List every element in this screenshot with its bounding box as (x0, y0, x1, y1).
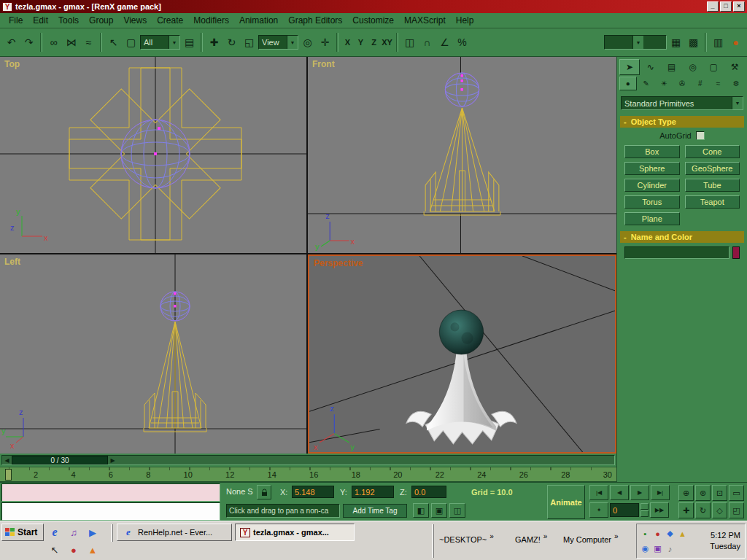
field-of-view-icon[interactable]: ◇ (712, 502, 727, 518)
chevron-down-icon[interactable]: ▼ (169, 36, 179, 49)
snap-toggle-button[interactable]: ∩ (419, 33, 436, 52)
time-slider-handle[interactable]: 0 / 30 (12, 456, 108, 464)
time-slider-track[interactable]: ◀ 0 / 30 ▶ (1, 455, 615, 465)
select-and-link-button[interactable]: ∞ (45, 33, 62, 52)
category-systems[interactable]: ⚙ (727, 77, 745, 90)
animate-button[interactable]: Animate (547, 485, 585, 519)
x-coordinate-value[interactable]: 5.148 (292, 486, 334, 498)
tray-icon-6[interactable]: ▣ (654, 544, 661, 553)
chevron-icon[interactable]: » (614, 532, 619, 540)
viewport-canvas-top[interactable]: y x z (0, 57, 306, 253)
category-spacewarps[interactable]: ≈ (710, 77, 727, 90)
rollout-object-type[interactable]: - Object Type (620, 116, 744, 128)
viewport-front[interactable]: Front (308, 57, 616, 253)
select-and-manipulate-button[interactable]: ✛ (317, 33, 333, 52)
selection-filter-dropdown[interactable]: All ▼ (140, 35, 180, 50)
maxscript-macro-recorder[interactable] (1, 483, 220, 502)
key-mode-toggle[interactable]: ✦ (589, 502, 608, 518)
toolbar-grip[interactable] (432, 524, 434, 558)
next-frame-arrow[interactable]: ▶ (108, 456, 117, 464)
menu-edit[interactable]: Edit (28, 14, 53, 27)
tab-motion[interactable]: ◎ (682, 59, 703, 75)
next-frame-button[interactable]: ▶| (651, 485, 670, 500)
bind-to-space-warp-button[interactable]: ≈ (80, 33, 97, 52)
tray-icon-1[interactable]: ▪ (644, 529, 647, 538)
use-center-button[interactable]: ◎ (299, 33, 316, 52)
restrict-z-button[interactable]: Z (368, 33, 380, 52)
menu-modifiers[interactable]: Modifiers (188, 14, 234, 27)
frame-spinner[interactable] (640, 503, 649, 517)
minimize-button[interactable]: _ (707, 1, 719, 12)
rollout-name-and-color[interactable]: - Name and Color (620, 231, 744, 243)
menu-tools[interactable]: Tools (53, 14, 84, 27)
chevron-icon[interactable]: » (489, 532, 494, 540)
cone-button[interactable]: Cone (685, 145, 740, 158)
category-shapes[interactable]: ✎ (638, 77, 655, 90)
track-view-button[interactable]: ▦ (667, 33, 684, 52)
menu-group[interactable]: Group (84, 14, 118, 27)
pan-icon[interactable]: ✚ (678, 502, 694, 518)
viewport-layout-icon[interactable]: ▣ (431, 503, 447, 518)
round-app-icon[interactable]: ● (67, 543, 80, 556)
tab-create[interactable]: ➤ (619, 59, 640, 75)
add-time-tag-button[interactable]: Add Time Tag (343, 504, 407, 518)
degradation-override-icon[interactable]: ◧ (413, 503, 429, 518)
arc-rotate-icon[interactable]: ↻ (695, 502, 711, 518)
current-frame-field[interactable] (610, 503, 639, 517)
viewport-canvas-left[interactable]: z y x (0, 254, 306, 454)
box-button[interactable]: Box (624, 145, 680, 158)
select-by-name-button[interactable]: ▤ (181, 33, 198, 52)
tray-icon-5[interactable]: ◉ (642, 544, 649, 553)
tray-icon-2[interactable]: ● (655, 529, 660, 538)
redo-button[interactable]: ↷ (20, 33, 37, 52)
viewport-front-label[interactable]: Front (312, 59, 335, 69)
zoom-region-icon[interactable]: ▭ (729, 485, 744, 501)
chevron-down-icon[interactable]: ▼ (632, 36, 643, 49)
select-object-button[interactable]: ↖ (105, 33, 122, 52)
viewport-top-label[interactable]: Top (4, 59, 20, 69)
viewport-canvas-perspective[interactable]: z x y (309, 256, 615, 452)
category-lights[interactable]: ☀ (655, 77, 673, 90)
viewport-left-label[interactable]: Left (4, 257, 20, 267)
unlink-selection-button[interactable]: ⋈ (63, 33, 80, 52)
selection-region-button[interactable]: ▢ (123, 33, 139, 52)
close-button[interactable]: × (733, 1, 745, 12)
named-selection-sets-dropdown[interactable]: ▼ (604, 35, 667, 50)
object-name-input[interactable] (624, 246, 729, 259)
select-and-move-button[interactable]: ✚ (206, 33, 222, 52)
timeline-ruler[interactable]: 2 4 6 8 10 12 14 16 18 20 22 24 26 28 30 (0, 467, 616, 482)
previous-frame-button[interactable]: ◀ (610, 485, 629, 500)
viewport-left[interactable]: Left (0, 254, 306, 454)
select-and-scale-button[interactable]: ◱ (241, 33, 258, 52)
percent-snap-button[interactable]: % (454, 33, 471, 52)
category-helpers[interactable]: # (692, 77, 709, 90)
material-navigator-button[interactable]: ▥ (710, 33, 727, 52)
menu-help[interactable]: Help (451, 14, 479, 27)
maxscript-mini-listener[interactable] (1, 502, 220, 521)
angle-snap-button[interactable]: ∠ (436, 33, 453, 52)
primitive-category-dropdown[interactable]: Standard Primitives ▼ (621, 96, 743, 110)
zoom-all-icon[interactable]: ⊛ (695, 485, 711, 501)
chevron-icon[interactable]: » (543, 532, 548, 540)
tab-display[interactable]: ▢ (703, 59, 724, 75)
timeline-caret[interactable] (5, 469, 12, 481)
desktop-band-item[interactable]: ~DESKTOP~ » (439, 535, 494, 544)
taskbar-clock[interactable]: 5:12 PM Tuesday (710, 530, 743, 553)
undo-button[interactable]: ↶ (3, 33, 20, 52)
zoom-icon[interactable]: ⊕ (678, 485, 694, 501)
triangle-app-icon[interactable]: ▲ (86, 543, 99, 556)
restrict-y-button[interactable]: Y (355, 33, 367, 52)
category-geometry[interactable]: ● (619, 77, 637, 90)
restore-button[interactable]: □ (720, 1, 732, 12)
restrict-x-button[interactable]: X (341, 33, 354, 52)
taskbar-task-renhelp[interactable]: e RenHelp.net - Ever... (117, 524, 232, 541)
tray-icon-7[interactable]: ♪ (668, 545, 673, 553)
viewport-top[interactable]: Top y x z (0, 57, 306, 253)
schematic-view-button[interactable]: ▩ (685, 33, 702, 52)
tab-modify[interactable]: ∿ (640, 59, 661, 75)
menu-customize[interactable]: Customize (347, 14, 399, 27)
torus-button[interactable]: Torus (624, 195, 680, 209)
sphere-button[interactable]: Sphere (624, 162, 680, 175)
rocket-wireframe[interactable] (144, 322, 206, 432)
min-max-toggle-icon[interactable]: ◰ (729, 502, 744, 518)
